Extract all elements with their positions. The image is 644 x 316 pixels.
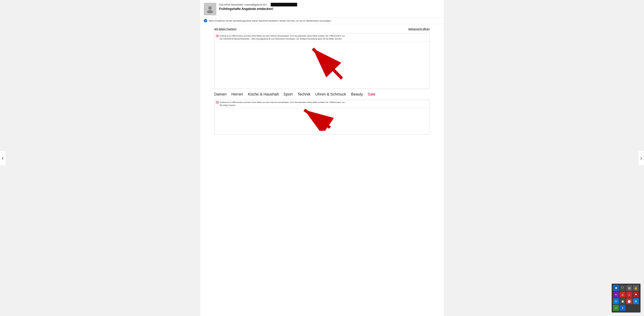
sender-line: GALERIA Newsletter <news@galeria.de> ███… — [219, 3, 440, 6]
sender-name: GALERIA Newsletter <news@galeria.de> — [219, 3, 267, 6]
info-icon: i — [204, 19, 207, 22]
email-meta: GALERIA Newsletter <news@galeria.de> ███… — [219, 3, 440, 11]
tray-check-icon[interactable]: ✓ — [613, 305, 619, 311]
nav-item-herren[interactable]: Herren — [232, 92, 243, 96]
system-tray: ✱ 🛡 ▤ 🔒 ✏ ◎ ⚠ ⚑ O ▣ ⬤ ⚙ ✓ ℹ — [612, 284, 640, 312]
info-text[interactable]: Wenn Probleme mit der Darstellungsweise … — [209, 20, 332, 22]
email-subject: Frühlingshafte Angebote entdecken! — [219, 7, 440, 11]
tray-flag-icon[interactable]: ⚑ — [633, 292, 639, 298]
svg-line-3 — [313, 48, 342, 78]
error-x-icon-bottom: ✕ — [216, 101, 218, 104]
red-arrow-bottom — [214, 105, 430, 131]
nav-item-damen[interactable]: Damen — [214, 92, 226, 96]
info-bar: i Wenn Probleme mit der Darstellungsweis… — [200, 18, 444, 24]
tray-bluetooth-icon[interactable]: ✱ — [613, 285, 619, 291]
svg-point-0 — [208, 6, 212, 10]
email-container: GALERIA Newsletter <news@galeria.de> ███… — [200, 0, 444, 316]
nav-item-beauty[interactable]: Beauty — [351, 92, 363, 96]
webview-link[interactable]: Webansicht öffnen — [408, 28, 430, 30]
email-top-links: Wir lieben Fashion! Webansicht öffnen — [214, 28, 430, 30]
outlook-error-top: ✕ Outlook ist im Offlinemodus und kann k… — [214, 34, 430, 42]
tray-avast-icon[interactable]: ⚠ — [626, 292, 632, 298]
tray-lock-icon[interactable]: 🔒 — [633, 285, 639, 291]
email-body: Wir lieben Fashion! Webansicht öffnen ✕ … — [200, 24, 444, 138]
error-x-icon: ✕ — [216, 35, 218, 37]
nav-item-kueche[interactable]: Küche & Haushalt — [248, 92, 278, 96]
tray-pen-icon[interactable]: ✏ — [613, 292, 619, 298]
nav-item-technik[interactable]: Technik — [298, 92, 310, 96]
top-image-box: ✕ Outlook ist im Offlinemodus und kann k… — [214, 33, 430, 89]
tray-network-icon[interactable]: ▤ — [626, 285, 632, 291]
svg-point-1 — [207, 10, 213, 13]
tray-shield-icon[interactable]: 🛡 — [620, 285, 626, 291]
tray-outlook-icon[interactable]: O — [613, 298, 619, 304]
tray-eye-icon[interactable]: ◎ — [620, 292, 626, 298]
error-text-top: Outlook ist im Offlinemodus und kann kei… — [220, 34, 345, 40]
tray-battery-icon[interactable]: ▣ — [620, 298, 626, 304]
nav-menu: Damen Herren Küche & Haushalt Sport Tech… — [214, 89, 430, 100]
red-arrow-top — [214, 38, 430, 85]
tray-info-icon[interactable]: ℹ — [620, 305, 626, 311]
sender-redacted: ████████████ — [271, 3, 297, 6]
avatar — [204, 3, 216, 15]
svg-line-5 — [304, 110, 330, 128]
tray-settings-icon[interactable]: ⚙ — [633, 298, 639, 304]
nav-item-uhren[interactable]: Uhren & Schmuck — [315, 92, 346, 96]
nav-next-button[interactable]: › — [638, 151, 644, 165]
outlook-error-bottom: ✕ Outlook ist im Offlinemodus und kann k… — [214, 100, 430, 108]
nav-prev-button[interactable]: ‹ — [0, 151, 6, 165]
tray-record-icon[interactable]: ⬤ — [626, 298, 632, 304]
nav-item-sale[interactable]: Sale — [368, 92, 376, 96]
nav-item-sport[interactable]: Sport — [284, 92, 292, 96]
bottom-image-box: ✕ Outlook ist im Offlinemodus und kann k… — [214, 100, 430, 134]
error-text-bottom: Outlook ist im Offlinemodus und kann kei… — [220, 101, 345, 106]
fashion-link[interactable]: Wir lieben Fashion! — [214, 28, 236, 30]
email-header: GALERIA Newsletter <news@galeria.de> ███… — [200, 0, 444, 18]
